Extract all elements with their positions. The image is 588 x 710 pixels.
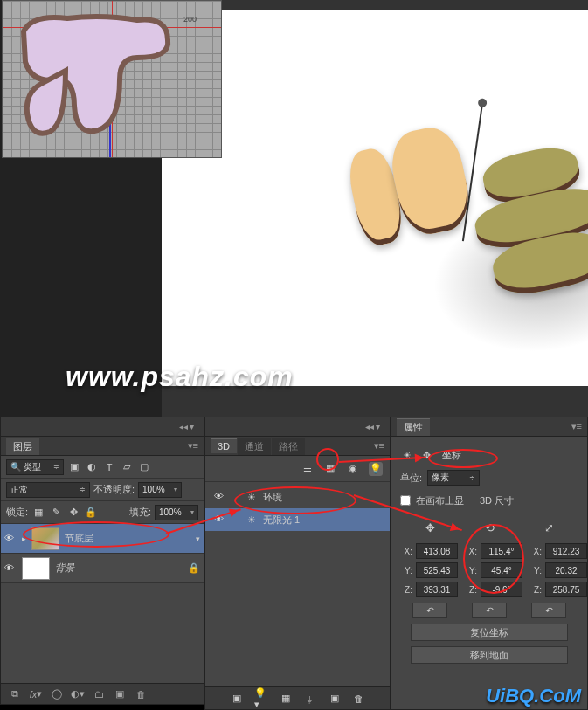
- layer-list[interactable]: 👁 ▸ 节底层 ▾ 👁 背景 🔒: [1, 524, 204, 699]
- glyph-shape-preview: [15, 10, 172, 141]
- rotate-tool-icon[interactable]: ⟲: [481, 519, 498, 536]
- trash-icon[interactable]: 🗑: [352, 692, 366, 706]
- z-label: Z:: [465, 585, 477, 595]
- panel-close-icon[interactable]: ▾: [190, 423, 198, 431]
- reset-scale-button[interactable]: ↶: [531, 603, 566, 618]
- panel-collapse-icon[interactable]: ◂◂: [179, 423, 188, 431]
- filter-adjust-icon[interactable]: ◐: [85, 460, 99, 474]
- filter-smart-icon[interactable]: ▢: [137, 460, 151, 474]
- filter-scene-icon[interactable]: ☰: [301, 462, 315, 476]
- light-type-icon[interactable]: ☀: [400, 448, 414, 462]
- tab-channels[interactable]: 通道: [238, 438, 271, 455]
- move-to-ground-button[interactable]: 移到地面: [411, 646, 568, 664]
- coords-icon[interactable]: ✥: [419, 448, 433, 462]
- panel-menu-icon[interactable]: ▾≡: [374, 440, 384, 452]
- layer-thumbnail[interactable]: [31, 527, 59, 550]
- 3d-panel-header[interactable]: ◂◂ ▾: [205, 417, 390, 437]
- new-icon[interactable]: ▣: [328, 692, 342, 706]
- reset-rot-button[interactable]: ↶: [472, 603, 507, 618]
- visibility-toggle[interactable]: 👁: [4, 533, 17, 545]
- pos-x-input[interactable]: [416, 543, 458, 559]
- 3d-footer: ▣ 💡▾ ▦ ⏚ ▣ 🗑: [205, 686, 390, 709]
- ground-icon[interactable]: ⏚: [303, 692, 317, 706]
- lock-all-icon[interactable]: 🔒: [84, 506, 98, 520]
- panel-menu-icon[interactable]: ▾≡: [571, 421, 582, 432]
- fill-input[interactable]: 100%▾: [155, 505, 198, 520]
- 3d-item-environment[interactable]: 👁 ☀ 环境: [205, 486, 390, 508]
- expand-icon[interactable]: ▸: [22, 534, 26, 543]
- scale-x-input[interactable]: [545, 543, 587, 559]
- adjustment-icon[interactable]: ◐▾: [71, 687, 85, 701]
- z-label: Z:: [400, 585, 412, 595]
- layer-caret[interactable]: ▾: [196, 534, 200, 543]
- show-on-canvas-checkbox[interactable]: [400, 495, 411, 506]
- tab-3d[interactable]: 3D: [211, 438, 237, 453]
- opacity-input[interactable]: 100%▾: [138, 482, 182, 498]
- fx-icon[interactable]: fx▾: [29, 687, 43, 701]
- viewport-3d[interactable]: [162, 10, 588, 386]
- layer-name[interactable]: 节底层: [65, 532, 93, 545]
- scale-y-input[interactable]: [545, 562, 587, 578]
- fill-label: 填充:: [129, 506, 151, 519]
- reset-coordinates-button[interactable]: 复位坐标: [411, 624, 568, 641]
- tab-properties[interactable]: 属性: [397, 418, 430, 436]
- tab-paths[interactable]: 路径: [272, 438, 305, 455]
- 3d-item-label: 无限光 1: [263, 514, 300, 527]
- pos-y-input[interactable]: [416, 562, 458, 578]
- move-tool-icon[interactable]: ✥: [421, 519, 439, 536]
- y-label: Y:: [400, 566, 412, 576]
- reset-pos-button[interactable]: ↶: [412, 603, 447, 618]
- pos-z-input[interactable]: [416, 582, 458, 597]
- layer-name[interactable]: 背景: [55, 562, 74, 575]
- blend-mode-dropdown[interactable]: 正常≑: [6, 482, 90, 498]
- x-label: X:: [529, 547, 542, 556]
- scale-z-input[interactable]: [545, 582, 587, 597]
- filter-material-icon[interactable]: ◉: [346, 462, 360, 476]
- lock-position-icon[interactable]: ✥: [66, 506, 80, 520]
- lock-paint-icon[interactable]: ✎: [49, 506, 63, 520]
- rot-y-input[interactable]: [481, 562, 522, 578]
- trash-icon[interactable]: 🗑: [134, 687, 148, 701]
- filter-pixel-icon[interactable]: ▣: [67, 460, 81, 474]
- layer-item-selected[interactable]: 👁 ▸ 节底层 ▾: [1, 524, 204, 554]
- lock-icon[interactable]: 🔒: [188, 562, 200, 574]
- panel-close-icon[interactable]: ▾: [376, 423, 384, 431]
- scale-tool-icon[interactable]: ⤢: [540, 519, 557, 536]
- visibility-toggle[interactable]: 👁: [4, 562, 17, 575]
- mask-icon[interactable]: ◯: [50, 687, 64, 701]
- panel-menu-icon[interactable]: ▾≡: [188, 440, 198, 452]
- lock-transparent-icon[interactable]: ▦: [31, 506, 45, 520]
- layer-thumbnail[interactable]: [22, 557, 50, 580]
- filter-type-icon[interactable]: T: [102, 460, 116, 474]
- z-label: Z:: [529, 585, 542, 595]
- rot-x-input[interactable]: [481, 543, 522, 559]
- 3d-scene-list[interactable]: 👁 ☀ 环境 👁 ☀ 无限光 1: [205, 482, 390, 534]
- layers-footer: ⧉ fx▾ ◯ ◐▾ 🗀 ▣ 🗑: [1, 683, 204, 704]
- visibility-toggle[interactable]: 👁: [214, 491, 226, 503]
- layer-item-background[interactable]: 👁 背景 🔒: [1, 554, 204, 583]
- axis-icon[interactable]: ▦: [279, 692, 293, 706]
- link-layers-icon[interactable]: ⧉: [8, 687, 22, 701]
- filter-kind-dropdown[interactable]: 🔍 类型≑: [6, 459, 64, 475]
- filter-light-icon[interactable]: 💡: [369, 462, 383, 476]
- y-label: Y:: [465, 566, 477, 576]
- render-icon[interactable]: ▣: [230, 692, 244, 706]
- new-layer-icon[interactable]: ▣: [113, 687, 127, 701]
- filter-shape-icon[interactable]: ▱: [120, 460, 134, 474]
- new-light-icon[interactable]: 💡▾: [254, 692, 268, 706]
- sun-icon: ☀: [247, 492, 256, 503]
- units-dropdown[interactable]: 像素≑: [427, 470, 480, 486]
- rot-z-input[interactable]: [481, 582, 522, 597]
- group-icon[interactable]: 🗀: [92, 687, 106, 701]
- grid-preview[interactable]: 200: [2, 0, 222, 158]
- units-label: 单位:: [400, 472, 422, 485]
- filter-mesh-icon[interactable]: ▦: [323, 462, 337, 476]
- visibility-toggle[interactable]: 👁: [214, 514, 226, 526]
- tab-layers[interactable]: 图层: [6, 438, 39, 455]
- 3d-item-infinite-light[interactable]: 👁 ☀ 无限光 1: [205, 508, 390, 531]
- layers-panel-header[interactable]: ◂◂ ▾: [1, 417, 204, 437]
- watermark-psahz: www.psahz.com: [66, 361, 294, 393]
- properties-panel: 属性 ▾≡ ☀ ✥ 坐标 单位: 像素≑ 在画布上显 3D 尺寸 ✥ ⟲ ⤢ X…: [391, 417, 588, 710]
- panel-collapse-icon[interactable]: ◂◂: [365, 423, 374, 431]
- document-canvas[interactable]: 200 www.psahz.com: [0, 0, 588, 417]
